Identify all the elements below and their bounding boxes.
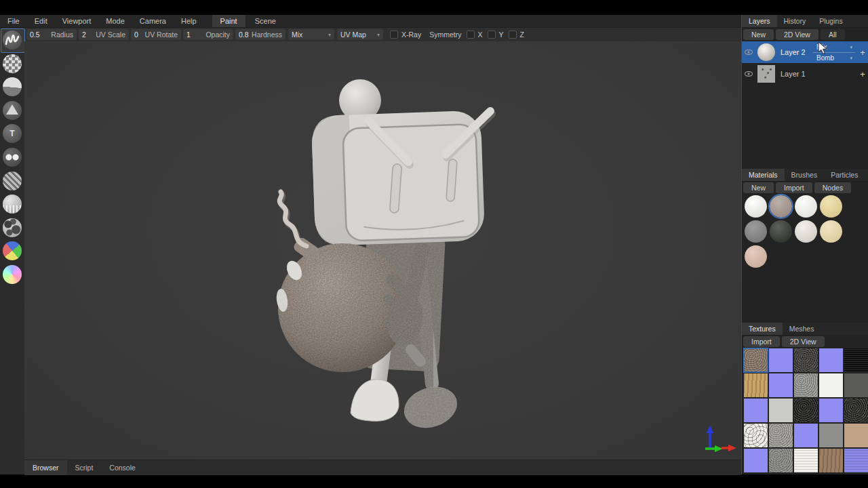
texture-tile-14[interactable] bbox=[819, 399, 843, 422]
tool-text[interactable]: T bbox=[3, 124, 22, 143]
slider-label: UV Rotate bbox=[145, 30, 178, 39]
symmetry-axis-x[interactable]: X bbox=[467, 30, 482, 39]
menu-camera[interactable]: Camera bbox=[132, 15, 174, 27]
tool-bake[interactable] bbox=[3, 218, 22, 237]
tab-meshes[interactable]: Meshes bbox=[783, 323, 821, 335]
tool-fill[interactable] bbox=[3, 77, 22, 96]
symmetry-axis-z[interactable]: Z bbox=[509, 30, 524, 39]
tool-eraser[interactable] bbox=[3, 54, 22, 73]
material-swatch-5[interactable] bbox=[745, 220, 767, 243]
slider-uv-scale[interactable]: 2UV Scale bbox=[79, 29, 129, 40]
material-swatch-2[interactable] bbox=[770, 195, 792, 218]
material-swatch-4[interactable] bbox=[820, 195, 842, 218]
texture-tile-8[interactable] bbox=[794, 373, 818, 397]
slider-label: Opacity bbox=[205, 30, 230, 39]
slider-label: Radius bbox=[51, 30, 73, 39]
texture-tile-10[interactable] bbox=[844, 373, 868, 397]
material-swatch-8[interactable] bbox=[820, 220, 842, 243]
material-swatches bbox=[743, 194, 868, 269]
texture-tile-23[interactable] bbox=[794, 449, 818, 472]
layer-add-button[interactable]: + bbox=[856, 69, 868, 79]
symmetry-axis-y[interactable]: Y bbox=[488, 30, 503, 39]
layer-row-layer-2[interactable]: Layer 2Mix▾Bomb▾+ bbox=[742, 41, 868, 63]
mouse-cursor bbox=[818, 41, 829, 55]
texture-tile-2[interactable] bbox=[769, 348, 793, 372]
texture-tile-19[interactable] bbox=[819, 424, 843, 447]
material-swatch-3[interactable] bbox=[795, 195, 817, 218]
texture-tile-7[interactable] bbox=[769, 373, 793, 397]
texture-tile-13[interactable] bbox=[794, 399, 818, 422]
slider-value: 2 bbox=[82, 30, 86, 39]
tab-plugins[interactable]: Plugins bbox=[812, 15, 849, 27]
tool-particle[interactable] bbox=[3, 195, 22, 214]
textures-btn-import[interactable]: Import bbox=[743, 336, 780, 347]
menu-viewport[interactable]: Viewport bbox=[55, 15, 99, 27]
layers-btn-all[interactable]: All bbox=[821, 29, 845, 40]
texture-tile-21[interactable] bbox=[744, 449, 768, 472]
layer-row-layer-1[interactable]: Layer 1+ bbox=[742, 64, 868, 84]
menu-mode[interactable]: Mode bbox=[98, 15, 132, 27]
tab-materials[interactable]: Materials bbox=[742, 169, 785, 181]
texture-tile-16[interactable] bbox=[744, 424, 768, 447]
materials-btn-nodes[interactable]: Nodes bbox=[814, 182, 851, 193]
tool-clone[interactable] bbox=[3, 148, 22, 167]
texture-tile-24[interactable] bbox=[819, 449, 843, 472]
xray-checkbox[interactable]: X-Ray bbox=[390, 30, 421, 39]
statusbar-tab-console[interactable]: Console bbox=[101, 460, 144, 475]
tab-scene[interactable]: Scene bbox=[247, 15, 284, 27]
slider-radius[interactable]: 0.5Radius bbox=[26, 29, 77, 40]
texture-tile-18[interactable] bbox=[794, 424, 818, 447]
tab-brushes[interactable]: Brushes bbox=[785, 169, 825, 181]
layer-add-button[interactable]: + bbox=[856, 47, 868, 58]
texture-tile-3[interactable] bbox=[794, 348, 818, 372]
materials-btn-import[interactable]: Import bbox=[776, 182, 812, 193]
tool-blur[interactable] bbox=[3, 171, 22, 190]
texture-tile-12[interactable] bbox=[769, 399, 793, 422]
tab-textures[interactable]: Textures bbox=[742, 323, 783, 335]
texture-tile-22[interactable] bbox=[769, 449, 793, 472]
tool-picker[interactable] bbox=[3, 265, 22, 284]
texture-tile-6[interactable] bbox=[744, 373, 768, 397]
texture-tile-17[interactable] bbox=[769, 424, 793, 447]
tab-particles[interactable]: Particles bbox=[824, 169, 865, 181]
blend-mode-dropdown[interactable]: Mix ▾ bbox=[288, 29, 334, 40]
materials-btn-new[interactable]: New bbox=[743, 182, 774, 193]
chevron-down-icon: ▾ bbox=[850, 42, 852, 52]
material-swatch-9[interactable] bbox=[745, 245, 767, 268]
material-swatch-1[interactable] bbox=[745, 195, 767, 218]
slider-opacity[interactable]: 1Opacity bbox=[183, 29, 233, 40]
tool-colorid[interactable] bbox=[3, 241, 22, 260]
visibility-eye-icon[interactable] bbox=[744, 69, 753, 79]
tool-decal[interactable] bbox=[3, 101, 22, 120]
texture-tile-11[interactable] bbox=[744, 399, 768, 422]
menu-edit[interactable]: Edit bbox=[27, 15, 55, 27]
textures-btn-2d-view[interactable]: 2D View bbox=[782, 336, 825, 347]
app-frame: FileEditViewportModeCameraHelp PaintScen… bbox=[0, 15, 868, 474]
layers-btn-2d-view[interactable]: 2D View bbox=[776, 29, 818, 40]
texture-tile-9[interactable] bbox=[819, 373, 843, 397]
texture-tile-5[interactable] bbox=[844, 348, 868, 372]
workspace-tabs: PaintScene bbox=[211, 15, 284, 27]
material-swatch-6[interactable] bbox=[770, 220, 792, 243]
statusbar-tab-script[interactable]: Script bbox=[67, 460, 102, 475]
material-swatch-7[interactable] bbox=[795, 220, 817, 243]
texture-tile-20[interactable] bbox=[844, 424, 868, 447]
slider-hardness[interactable]: 0.8Hardness bbox=[235, 29, 285, 40]
tab-layers[interactable]: Layers bbox=[742, 15, 777, 27]
viewport-3d[interactable] bbox=[24, 41, 741, 460]
layers-btn-new[interactable]: New bbox=[743, 29, 774, 40]
uv-map-dropdown[interactable]: UV Map ▾ bbox=[337, 29, 383, 40]
menu-help[interactable]: Help bbox=[174, 15, 204, 27]
tab-paint[interactable]: Paint bbox=[212, 15, 245, 27]
slider-uv-rotate[interactable]: 0UV Rotate bbox=[131, 29, 181, 40]
tab-history[interactable]: History bbox=[777, 15, 813, 27]
visibility-eye-icon[interactable] bbox=[744, 47, 753, 57]
texture-tile-25[interactable] bbox=[844, 449, 868, 472]
texture-tile-4[interactable] bbox=[819, 348, 843, 372]
tool-brush[interactable] bbox=[3, 30, 22, 49]
texture-tile-1[interactable] bbox=[744, 348, 768, 372]
texture-tile-15[interactable] bbox=[844, 399, 868, 422]
menu-items: FileEditViewportModeCameraHelp bbox=[0, 15, 204, 27]
statusbar-tab-browser[interactable]: Browser bbox=[24, 460, 67, 475]
menu-file[interactable]: File bbox=[0, 15, 27, 27]
